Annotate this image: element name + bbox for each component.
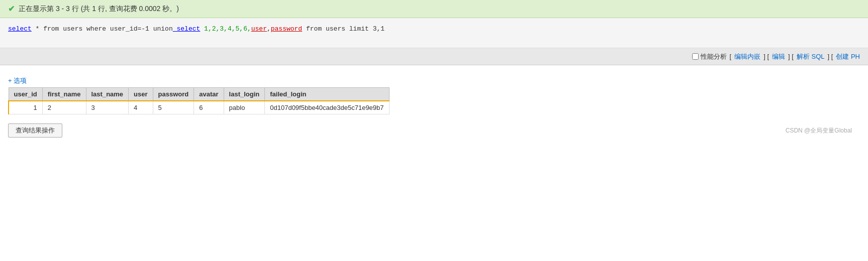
cell-r0-c2: 3 bbox=[86, 101, 129, 114]
query-result-button[interactable]: 查询结果操作 bbox=[8, 123, 62, 138]
col-header-user: user bbox=[129, 88, 153, 101]
col-header-last_login: last_login bbox=[224, 88, 265, 101]
col-header-failed_login: failed_login bbox=[265, 88, 389, 101]
cell-r0-c7: 0d107d09f5bbe40cade3de5c71e9e9b7 bbox=[265, 101, 389, 114]
toolbar-sep-3: ] [ bbox=[788, 53, 794, 60]
parse-sql-link[interactable]: 解析 SQL bbox=[797, 52, 825, 61]
sql-code[interactable]: select * from users where user_id=-1 uni… bbox=[8, 24, 860, 35]
create-ph-link[interactable]: 创建 PH bbox=[836, 52, 860, 61]
perf-analysis-text: 性能分析 bbox=[701, 52, 727, 61]
toolbar-row: 性能分析 [ 编辑内嵌 ] [ 编辑 ] [ 解析 SQL ] [ 创建 PH bbox=[0, 48, 868, 65]
status-bar: ✔ 正在显示第 3 - 3 行 (共 1 行, 查询花费 0.0002 秒。) bbox=[0, 0, 868, 18]
status-check-icon: ✔ bbox=[8, 4, 15, 14]
col-header-avatar: avatar bbox=[194, 88, 224, 101]
table-header-row: user_idfirst_namelast_nameuserpasswordav… bbox=[9, 88, 389, 101]
toolbar-sep-1: [ bbox=[730, 53, 732, 60]
options-row: + 选项 bbox=[0, 71, 868, 87]
cell-r0-c1: 2 bbox=[42, 101, 86, 114]
col-header-password: password bbox=[153, 88, 194, 101]
toolbar-sep-4: ] [ bbox=[827, 53, 833, 60]
results-table: user_idfirst_namelast_nameuserpasswordav… bbox=[8, 87, 390, 114]
status-text: 正在显示第 3 - 3 行 (共 1 行, 查询花费 0.0002 秒。) bbox=[19, 5, 179, 14]
cell-r0-c6: pablo bbox=[224, 101, 265, 114]
edit-inline-link[interactable]: 编辑内嵌 bbox=[734, 52, 760, 61]
perf-analysis-label[interactable]: 性能分析 bbox=[692, 52, 727, 61]
col-header-last_name: last_name bbox=[86, 88, 129, 101]
footer-row: 查询结果操作 CSDN @全局变量Global bbox=[0, 119, 868, 142]
cell-r0-c0: 1 bbox=[9, 101, 42, 114]
toolbar-sep-2: ] [ bbox=[763, 53, 769, 60]
table-area: user_idfirst_namelast_nameuserpasswordav… bbox=[0, 87, 868, 119]
col-header-first_name: first_name bbox=[42, 88, 86, 101]
sql-editor: select * from users where user_id=-1 uni… bbox=[0, 18, 868, 48]
edit-link[interactable]: 编辑 bbox=[772, 52, 785, 61]
table-row: 123456pablo0d107d09f5bbe40cade3de5c71e9e… bbox=[9, 101, 389, 114]
cell-r0-c3: 4 bbox=[129, 101, 153, 114]
watermark-text: CSDN @全局变量Global bbox=[778, 124, 860, 137]
col-header-user_id: user_id bbox=[9, 88, 42, 101]
perf-analysis-checkbox[interactable] bbox=[692, 53, 699, 60]
options-link[interactable]: + 选项 bbox=[8, 77, 27, 84]
cell-r0-c5: 6 bbox=[194, 101, 224, 114]
cell-r0-c4: 5 bbox=[153, 101, 194, 114]
